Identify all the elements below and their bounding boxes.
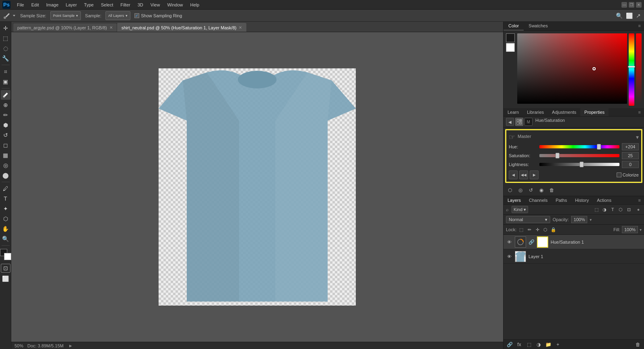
layers-kind-filter[interactable]: Kind ▾ [512, 206, 528, 213]
shape-tool[interactable]: ⬡ [1, 214, 10, 224]
lasso-tool[interactable]: ◌ [1, 43, 10, 53]
lock-artboard-icon[interactable]: ⬡ [542, 226, 549, 233]
add-mask-icon[interactable]: ⬚ [525, 341, 533, 348]
menu-select[interactable]: Select [98, 2, 117, 8]
panel-color-collapse[interactable]: ≡ [635, 22, 644, 31]
finger-tool-icon[interactable]: ☞ [509, 133, 515, 142]
dodge-tool[interactable]: ⬤ [1, 170, 10, 180]
clip-to-layer-icon[interactable]: ⬡ [506, 186, 514, 194]
layer-visibility-layer1[interactable]: 👁 [506, 253, 512, 260]
tab-layers[interactable]: Layers [504, 196, 525, 204]
menu-file[interactable]: File [14, 2, 27, 8]
add-layer-icon[interactable]: + [554, 341, 561, 348]
stamp-tool[interactable]: ⬢ [1, 120, 10, 130]
tab-properties[interactable]: Properties [580, 108, 609, 116]
hue-range-icon-3[interactable]: ▶ [530, 170, 539, 179]
hue-slider[interactable] [629, 33, 634, 106]
filter-smart-icon[interactable]: ⊡ [625, 206, 632, 213]
tab-shirt-neutral[interactable]: shirt_neutral.psd @ 50% (Hue/Saturation … [117, 23, 247, 32]
menu-window[interactable]: Window [164, 2, 186, 8]
adj-back-icon[interactable]: ◀ [506, 118, 514, 126]
tab-paths[interactable]: Paths [552, 196, 571, 204]
sample-dropdown[interactable]: All Layers ▾ [105, 11, 131, 20]
colorize-checkbox[interactable] [617, 172, 621, 177]
layer-item-hue-saturation[interactable]: 👁 🔗 Hue/Saturation 1 [504, 235, 644, 249]
status-arrow-icon[interactable]: ▶ [69, 344, 72, 348]
adj-layer-icon[interactable] [515, 118, 523, 126]
tab-libraries[interactable]: Libraries [523, 108, 548, 116]
add-group-icon[interactable]: 📁 [545, 341, 552, 348]
layer-visibility-hue-sat[interactable]: 👁 [506, 239, 512, 245]
history-brush-tool[interactable]: ↺ [1, 130, 10, 140]
filter-pixel-icon[interactable]: ⬚ [593, 206, 600, 213]
fg-color-box[interactable] [506, 33, 515, 42]
lightness-value-input[interactable] [622, 161, 639, 168]
toggle-visibility-icon[interactable]: ◉ [537, 186, 545, 194]
opacity-slider[interactable] [636, 33, 642, 104]
hue-range-icon-1[interactable]: ◀ [509, 170, 518, 179]
sampling-ring-checkbox[interactable]: ✓ [134, 13, 139, 18]
delete-adj-icon[interactable]: 🗑 [548, 186, 556, 194]
hand-tool[interactable]: ✋ [1, 224, 10, 234]
minimize-button[interactable]: — [621, 2, 627, 8]
hue-slider-thumb[interactable] [597, 144, 601, 150]
lock-position-icon[interactable]: ✛ [534, 226, 541, 233]
add-layer-style-icon[interactable]: fx [516, 341, 523, 348]
saturation-slider-thumb[interactable] [555, 153, 559, 158]
filter-toggle[interactable]: ● [635, 206, 642, 213]
close-button[interactable]: ✕ [636, 2, 642, 8]
channel-dropdown-arrow-icon[interactable]: ▾ [636, 134, 639, 140]
colorize-toggle[interactable]: Colorize [617, 172, 639, 177]
canvas-scroll[interactable] [11, 32, 503, 342]
share-icon[interactable]: ↗ [636, 12, 641, 19]
tab-color[interactable]: Color [504, 22, 524, 31]
lock-all-icon[interactable]: 🔒 [550, 226, 557, 233]
maximize-button[interactable]: ❐ [629, 2, 634, 8]
tab-pattern-argyle[interactable]: pattern_argyle.psd @ 100% (Layer 1, RGB/… [13, 23, 117, 32]
move-tool[interactable]: ✛ [1, 23, 10, 33]
filter-shape-icon[interactable]: ⬡ [617, 206, 624, 213]
properties-panel-collapse[interactable]: ≡ [635, 108, 644, 116]
sample-size-dropdown[interactable]: Point Sample ▾ [50, 11, 81, 20]
tab-actions[interactable]: Actions [593, 196, 615, 204]
gradient-tool[interactable]: ▦ [1, 150, 10, 160]
blend-mode-dropdown[interactable]: Normal ▾ [506, 216, 550, 223]
background-color[interactable] [4, 253, 11, 260]
crop-tool[interactable]: ⌗ [1, 67, 10, 76]
menu-layer[interactable]: Layer [62, 2, 80, 8]
saturation-value-input[interactable] [622, 152, 639, 159]
selection-tool[interactable]: ⬚ [1, 33, 10, 43]
delete-layer-icon[interactable]: 🗑 [634, 341, 642, 348]
saturation-slider-track[interactable] [539, 154, 619, 157]
bg-color-box[interactable] [506, 43, 515, 52]
search-icon[interactable]: 🔍 [616, 12, 623, 19]
color-gradient-picker[interactable] [517, 33, 627, 104]
menu-image[interactable]: Image [43, 2, 62, 8]
tab-channels[interactable]: Channels [525, 196, 551, 204]
quick-mask-tool[interactable]: ⊡ [1, 264, 10, 273]
layers-panel-collapse[interactable]: ≡ [635, 196, 644, 204]
hue-slider-track[interactable] [539, 145, 619, 148]
text-tool[interactable]: T [1, 194, 10, 203]
tab-shirt-neutral-close[interactable]: ✕ [239, 25, 242, 30]
opacity-dropdown-arrow-icon[interactable]: ▾ [590, 218, 592, 222]
frame-tool[interactable]: ▣ [1, 77, 10, 86]
fill-input[interactable] [622, 226, 638, 233]
blur-tool[interactable]: ◎ [1, 160, 10, 170]
wand-tool[interactable]: 🔧 [1, 53, 10, 63]
tab-learn[interactable]: Learn [504, 108, 523, 116]
brush-tool[interactable]: ✏ [1, 110, 10, 120]
lock-transparent-icon[interactable]: ⬚ [518, 226, 524, 233]
show-sampling-ring-toggle[interactable]: ✓ Show Sampling Ring [134, 13, 182, 18]
menu-3d[interactable]: 3D [134, 2, 147, 8]
link-layers-icon[interactable]: 🔗 [506, 341, 513, 348]
eyedropper-tool[interactable] [1, 90, 10, 100]
reset-icon[interactable]: ↺ [527, 186, 535, 194]
hue-value-input[interactable] [622, 143, 639, 150]
opacity-input[interactable] [571, 216, 587, 223]
hue-range-icon-2[interactable]: ◀◀ [519, 170, 528, 179]
screen-mode-tool[interactable]: ⬜ [1, 274, 10, 283]
add-adjustment-icon[interactable]: ◑ [535, 341, 542, 348]
lock-image-icon[interactable]: ✏ [526, 226, 533, 233]
menu-help[interactable]: Help [187, 2, 203, 8]
